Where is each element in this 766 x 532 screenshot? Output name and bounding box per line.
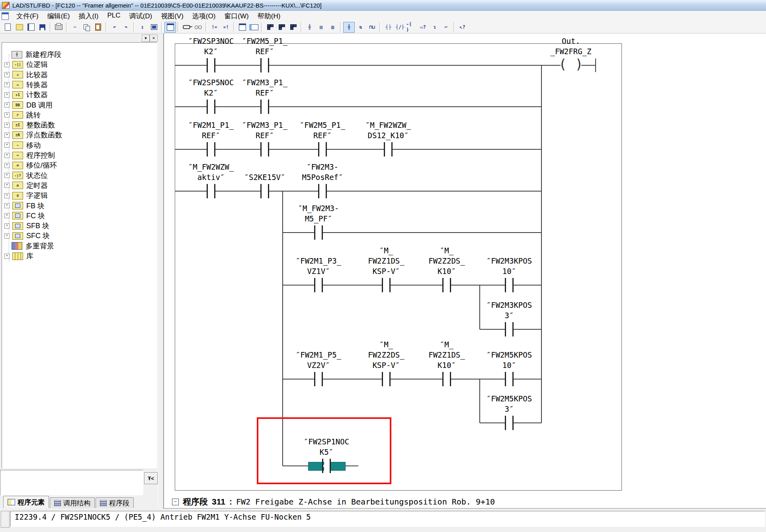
sidebar-item-18[interactable]: +SFB 块 (4, 221, 49, 231)
toolbar-button-paste[interactable] (92, 22, 104, 33)
sidebar-item-10[interactable]: +~移动 (4, 141, 41, 150)
toolbar-button-insert-no-contact[interactable]: ┤├ (383, 22, 394, 33)
contact-symbol[interactable] (322, 372, 323, 386)
expand-plus-icon[interactable]: + (4, 183, 10, 188)
sidebar-item-5[interactable]: ++1计数器 (4, 90, 48, 100)
contact-operand-label[interactable]: ″FW2M5_P1_ REF″ (217, 36, 313, 57)
child-window-icon[interactable] (2, 12, 9, 20)
contact-operand-label[interactable]: ″M_FW2M3- M5_PF″ (271, 203, 366, 224)
menu-item-5[interactable]: 调试(D) (125, 11, 157, 22)
contact-symbol[interactable] (207, 100, 208, 114)
toolbar-button-address-overview-window[interactable] (287, 22, 299, 33)
toolbar-button-new-network[interactable]: ╫ (304, 22, 315, 33)
contact-operand-label[interactable]: ″FW2M3_P1_ REF″ (217, 77, 313, 98)
sidebar-item-20[interactable]: 多重背景 (4, 241, 54, 251)
sidebar-item-19[interactable]: +SFC 块 (4, 231, 50, 241)
sidebar-split-button[interactable]: Ŧ< (144, 472, 158, 484)
contact-symbol[interactable] (207, 142, 208, 156)
sidebar-item-3[interactable]: +<比较器 (4, 70, 48, 80)
contact-symbol[interactable] (260, 58, 262, 72)
toolbar-button-insert-nc-contact[interactable]: ┤/├ (394, 22, 406, 33)
network-description[interactable]: FW2 Freigabe Z-Achse in Bearbeitungsposi… (236, 497, 495, 507)
menu-item-2[interactable]: 编辑(E) (43, 11, 74, 22)
menu-item-8[interactable]: 窗口(W) (220, 11, 253, 22)
expand-plus-icon[interactable]: + (4, 62, 10, 67)
contact-symbol[interactable] (214, 58, 215, 72)
expand-plus-icon[interactable]: + (4, 173, 10, 178)
coil-operand-label[interactable]: Out. _FW2FRG_Z (523, 36, 619, 57)
sidebar-item-16[interactable]: +FB 块 (4, 201, 45, 211)
expand-plus-icon[interactable]: + (4, 203, 10, 208)
sidebar-item-9[interactable]: +±R浮点数函数 (4, 130, 62, 140)
toolbar-button-redo[interactable]: ↷ (120, 22, 132, 33)
contact-operand-label[interactable]: ″FW2M3- M5PosRef″ (275, 162, 370, 182)
toolbar-button-connections[interactable] (181, 22, 192, 33)
sidebar-item-6[interactable]: +DBDB 调用 (4, 100, 53, 110)
expand-plus-icon[interactable]: + (4, 213, 10, 218)
toolbar-button-call-structure-window[interactable] (276, 22, 287, 33)
menu-item-3[interactable]: 插入(I) (74, 11, 103, 22)
expand-plus-icon[interactable]: + (4, 123, 10, 128)
contact-symbol[interactable] (384, 142, 385, 156)
contact-symbol[interactable] (268, 100, 269, 114)
toolbar-button-close-branch[interactable]: ⌐ (440, 22, 452, 33)
contact-symbol[interactable] (505, 372, 506, 386)
menu-item-4[interactable]: PLC (103, 11, 125, 22)
toolbar-button-insert-box[interactable]: ⇅ (355, 22, 366, 33)
sidebar-item-13[interactable]: +-|?状态位 (4, 171, 48, 180)
contact-symbol[interactable] (260, 184, 262, 198)
expand-plus-icon[interactable]: + (4, 233, 10, 239)
expand-plus-icon[interactable]: + (4, 112, 10, 117)
expand-plus-icon[interactable]: + (4, 223, 10, 229)
sidebar-tab-3[interactable]: 程序段 (96, 497, 134, 508)
contact-symbol[interactable] (318, 184, 319, 198)
contact-symbol[interactable] (442, 278, 444, 292)
contact-operand-label[interactable]: ″FW2M3KPOS 10″ (461, 256, 557, 276)
toolbar-button-open[interactable] (14, 22, 25, 33)
sidebar-item-11[interactable]: +↪程序控制 (4, 151, 55, 160)
contact-symbol[interactable] (214, 184, 215, 198)
toolbar-button-monitor-variable[interactable] (148, 22, 160, 33)
contact-symbol[interactable] (314, 372, 315, 386)
contact-operand-label[interactable]: ″M_FW2WZW_ DS12_K10″ (340, 120, 436, 141)
sidebar-item-2[interactable]: +-||位逻辑 (4, 60, 48, 69)
coil-symbol[interactable]: ( ) (557, 56, 585, 72)
contact-symbol[interactable] (391, 142, 393, 156)
toolbar-button-lad-window[interactable] (236, 22, 248, 33)
toolbar-button-insert-empty-box[interactable]: ▭? (417, 22, 429, 33)
toolbar-button-next-error[interactable]: »! (220, 22, 232, 33)
toolbar-button-download-to-plc[interactable]: ↧ (137, 22, 148, 33)
expand-plus-icon[interactable]: + (4, 153, 10, 158)
expand-plus-icon[interactable]: + (4, 72, 10, 77)
contact-symbol[interactable] (512, 416, 514, 430)
toolbar-button-monitor-on-off[interactable] (192, 22, 204, 33)
sidebar-dropdown-button[interactable]: ▼ (142, 35, 150, 42)
sidebar-tab-2[interactable]: 调用结构 (50, 497, 95, 508)
contact-symbol[interactable] (389, 278, 391, 292)
contact-symbol[interactable] (268, 142, 269, 156)
contact-symbol[interactable] (512, 278, 514, 292)
contact-symbol[interactable] (512, 372, 514, 386)
contact-operand-label[interactable]: ″FW2M3KPOS 3″ (461, 300, 557, 321)
contact-symbol[interactable] (389, 372, 391, 386)
contact-symbol[interactable] (382, 372, 383, 386)
sidebar-item-15[interactable]: +≡字逻辑 (4, 191, 48, 200)
sidebar-item-14[interactable]: +⊙定时器 (4, 181, 48, 190)
contact-operand-label[interactable]: ″FW2M5KPOS 3″ (461, 393, 557, 414)
contact-symbol[interactable] (512, 322, 514, 336)
menu-item-7[interactable]: 选项(O) (188, 11, 220, 22)
status-scroll-buttons[interactable] (1, 511, 10, 528)
toolbar-button-open-online[interactable] (25, 22, 37, 33)
toolbar-button-lad-fbd-toggle[interactable]: ╫ (343, 22, 355, 33)
toolbar-button-symbol-selection[interactable]: ▥ (327, 22, 338, 33)
toolbar-button-open-branch[interactable]: ↴ (429, 22, 440, 33)
sidebar-item-17[interactable]: +FC 块 (4, 211, 45, 221)
toolbar-button-undo[interactable]: ↶ (109, 22, 120, 33)
toolbar-button-copy[interactable] (81, 22, 92, 33)
contact-symbol[interactable] (314, 278, 315, 292)
toolbar-button-bit-operations[interactable]: ⊓⊔ (366, 22, 378, 33)
sidebar-item-1[interactable]: ╫新建程序段 (4, 50, 61, 59)
contact-symbol[interactable] (268, 58, 269, 72)
expand-plus-icon[interactable]: + (4, 133, 10, 138)
toolbar-button-cut[interactable]: ✂ (69, 22, 81, 33)
